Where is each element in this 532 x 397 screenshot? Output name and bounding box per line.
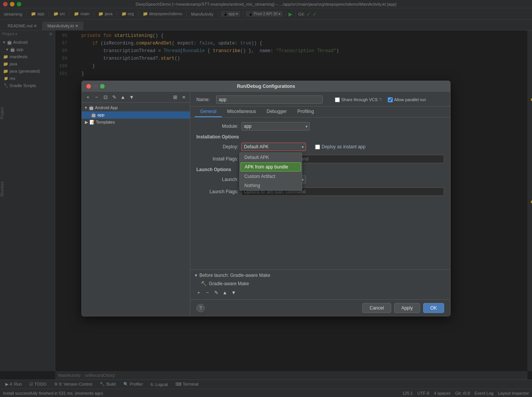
tree-item-app[interactable]: 🤖 app [82,111,190,119]
before-launch-edit[interactable]: ✎ [212,289,220,296]
name-field-input[interactable] [216,95,323,104]
ide-window: DeepSpeechDemo [~/newstexamp/STT-example… [0,0,532,397]
launch-flags-label: Launch Flags: [196,189,238,194]
tree-up-button[interactable]: ▲ [119,93,127,101]
tree-sort-button[interactable]: ≡ [180,93,188,101]
tab-profiling[interactable]: Profiling [292,106,319,117]
dropdown-item-nothing[interactable]: Nothing [240,181,302,190]
tree-add-button[interactable]: + [84,93,92,101]
launch-options-title: Launch Options [196,167,444,172]
dialog-window-controls [86,84,105,89]
share-help-icon[interactable]: ? [379,97,381,102]
before-launch-header[interactable]: ▾ Before launch: Gradle-aware Make [195,273,446,278]
launch-flags-row: Launch Flags: [196,187,444,196]
deploy-instant-label: Deploy as instant app [322,144,365,149]
dialog-header-options: Share through VCS ? Allow parallel run [335,97,426,102]
dropdown-item-apk-bundle[interactable]: APK from app bundle [241,162,301,172]
deploy-instant-row: Deploy as instant app [315,144,365,149]
module-label: Module: [196,124,238,129]
deploy-dropdown[interactable]: Default APK APK from app bundle Custom A… [239,152,302,191]
launch-label: Launch: [196,177,238,182]
tree-edit-button[interactable]: ✎ [110,93,118,101]
dialog-left-panel: + − ⊡ ✎ ▲ ▼ ⊞ ≡ ▾ 🤖 Android App [82,92,190,316]
tree-group-button[interactable]: ⊞ [171,93,179,101]
tab-miscellaneous[interactable]: Miscellaneous [222,106,261,117]
deploy-select-wrapper: Default APK APK from app bundle Custom A… [241,143,306,151]
share-through-vcs-checkbox[interactable] [335,97,340,102]
module-row: Module: app [196,122,444,130]
dialog-footer: ? Cancel Apply OK [190,299,450,316]
dialog-max-button[interactable] [100,84,105,89]
launch-options-section: Launch Options Launch: Default Activity [196,167,444,196]
installation-options-title: Installation Options [196,134,444,140]
allow-parallel-checkbox[interactable] [388,97,393,102]
tree-copy-button[interactable]: ⊡ [102,93,109,101]
allow-parallel-row: Allow parallel run [388,97,426,102]
help-button[interactable]: ? [196,304,205,312]
before-launch-toolbar: + − ✎ ▲ ▼ [195,289,446,296]
dialog-title: Run/Debug Configurations [237,84,295,89]
dialog-tabs: General Miscellaneous Debugger Profiling [190,106,450,118]
share-through-vcs-row: Share through VCS ? [335,97,382,102]
dialog-name-row: Name: Share through VCS ? Allow parallel… [190,92,450,106]
deploy-instant-checkbox[interactable] [315,145,320,149]
dialog-body: + − ⊡ ✎ ▲ ▼ ⊞ ≡ ▾ 🤖 Android App [82,92,450,316]
before-launch-add[interactable]: + [195,289,202,296]
before-launch-section: ▾ Before launch: Gradle-aware Make 🔨 Gra… [190,269,450,299]
before-launch-up[interactable]: ▲ [221,289,229,296]
cancel-button[interactable]: Cancel [362,303,391,313]
dropdown-item-custom-artifact[interactable]: Custom Artifact [240,172,302,181]
dialog-tab-content: Module: app Installation Options [190,118,450,269]
run-debug-dialog: Run/Debug Configurations + − ⊡ ✎ ▲ ▼ ⊞ [81,81,451,316]
deploy-label: Deploy: [196,144,238,149]
deploy-row: Deploy: Default APK APK from app bundle … [196,143,444,151]
dialog-overlay: Run/Debug Configurations + − ⊡ ✎ ▲ ▼ ⊞ [0,0,532,397]
before-launch-gradle-label: Gradle-aware Make [209,281,249,286]
dialog-right-panel: Name: Share through VCS ? Allow parallel… [190,92,450,316]
before-launch-title: Before launch: Gradle-aware Make [199,273,270,278]
dialog-tree-toolbar: + − ⊡ ✎ ▲ ▼ ⊞ ≡ [82,92,190,103]
install-flags-row: Install Flags: [196,155,444,163]
install-flags-label: Install Flags: [196,156,238,162]
module-select-wrapper: app [241,122,310,130]
tree-item-templates[interactable]: ▶ 📝 Templates [82,119,190,126]
tree-remove-button[interactable]: − [93,93,100,101]
module-select[interactable]: app [241,122,310,130]
tab-debugger[interactable]: Debugger [261,106,292,117]
dropdown-item-default-apk[interactable]: Default APK [240,153,302,162]
tab-general[interactable]: General [195,106,222,117]
apply-button[interactable]: Apply [394,303,420,313]
share-through-vcs-label: Share through VCS [341,97,377,102]
name-field-label: Name: [196,97,212,102]
tree-item-android-app[interactable]: ▾ 🤖 Android App [82,104,190,111]
tree-down-button[interactable]: ▼ [128,93,135,101]
installation-options-section: Installation Options Deploy: Default APK… [196,134,444,163]
launch-row: Launch: Default Activity [196,175,444,184]
before-launch-remove[interactable]: − [204,289,211,296]
dialog-tree: ▾ 🤖 Android App 🤖 app ▶ 📝 Templates [82,103,190,127]
dialog-min-button [93,84,98,89]
before-launch-item-gradle: 🔨 Gradle-aware Make [195,280,446,287]
dialog-title-bar: Run/Debug Configurations [82,81,450,92]
deploy-select[interactable]: Default APK APK from app bundle Custom A… [241,143,306,151]
dialog-close-button[interactable] [86,84,91,89]
allow-parallel-label: Allow parallel run [394,97,426,102]
before-launch-down[interactable]: ▼ [230,289,237,296]
ok-button[interactable]: OK [423,303,444,313]
